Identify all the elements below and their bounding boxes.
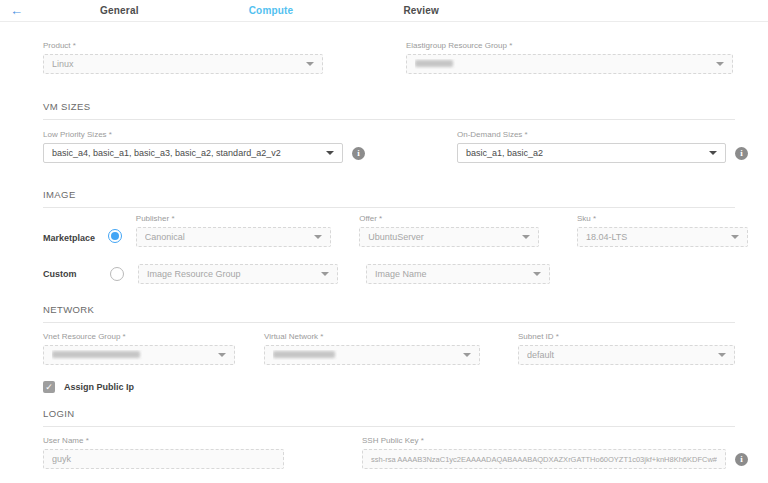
- image-name-placeholder: Image Name: [375, 269, 527, 279]
- image-resource-group-placeholder: Image Resource Group: [147, 269, 315, 279]
- publisher-select: Canonical: [136, 227, 331, 247]
- sku-label: Sku *: [577, 214, 748, 223]
- marketplace-label: Marketplace: [43, 233, 95, 243]
- custom-radio[interactable]: [110, 267, 124, 281]
- publisher-value: Canonical: [145, 232, 308, 242]
- subnet-id-label: Subnet ID *: [518, 332, 735, 341]
- chevron-down-icon: [306, 62, 314, 66]
- virtual-network-select: [264, 345, 480, 365]
- low-priority-sizes-select[interactable]: basic_a4, basic_a1, basic_a3, basic_a2, …: [43, 143, 343, 163]
- chevron-down-icon: [718, 353, 726, 357]
- tab-general[interactable]: General: [100, 5, 139, 16]
- chevron-down-icon: [314, 235, 322, 239]
- compute-form: Product * Linux Elastigroup Resource Gro…: [0, 41, 768, 483]
- chevron-down-icon: [716, 62, 724, 66]
- chevron-down-icon: [463, 353, 471, 357]
- elastigroup-resource-group-value: [415, 59, 710, 69]
- chevron-down-icon: [522, 235, 530, 239]
- assign-public-ip-label: Assign Public Ip: [64, 382, 134, 392]
- chevron-down-icon: [533, 272, 541, 276]
- chevron-down-icon: [731, 235, 739, 239]
- info-icon[interactable]: [352, 147, 365, 160]
- network-section-title: NETWORK: [43, 304, 735, 323]
- user-name-value: guyk: [52, 454, 275, 464]
- sku-select: 18.04-LTS: [577, 227, 748, 247]
- user-name-label: User Name *: [43, 436, 284, 445]
- custom-label: Custom: [43, 269, 77, 279]
- offer-select: UbuntuServer: [359, 227, 539, 247]
- subnet-id-value: default: [527, 350, 712, 360]
- sku-value: 18.04-LTS: [586, 232, 725, 242]
- wizard-tabs: General Compute Review: [100, 5, 549, 16]
- back-arrow-icon[interactable]: [10, 4, 34, 17]
- ssh-public-key-value: ssh-rsa AAAAB3NzaC1yc2EAAAADAQABAAABAQDX…: [371, 455, 717, 464]
- chevron-down-icon: [326, 151, 334, 155]
- on-demand-sizes-value: basic_a1, basic_a2: [466, 148, 703, 158]
- info-icon[interactable]: [735, 147, 748, 160]
- chevron-down-icon: [709, 151, 717, 155]
- ssh-public-key-input: ssh-rsa AAAAB3NzaC1yc2EAAAADAQABAAABAQDX…: [362, 449, 726, 469]
- image-name-select: Image Name: [366, 264, 550, 284]
- subnet-id-select: default: [518, 345, 735, 365]
- wizard-header: General Compute Review: [0, 0, 768, 22]
- product-value: Linux: [52, 59, 300, 69]
- ssh-public-key-label: SSH Public Key *: [362, 436, 748, 445]
- offer-value: UbuntuServer: [368, 232, 516, 242]
- publisher-label: Publisher *: [136, 214, 331, 223]
- low-priority-sizes-value: basic_a4, basic_a1, basic_a3, basic_a2, …: [52, 148, 320, 158]
- tab-review[interactable]: Review: [403, 5, 439, 16]
- product-label: Product *: [43, 41, 323, 50]
- vnet-resource-group-select: [43, 345, 235, 365]
- virtual-network-value: [273, 350, 457, 360]
- image-resource-group-select: Image Resource Group: [138, 264, 338, 284]
- marketplace-radio[interactable]: [108, 229, 122, 243]
- image-section-title: IMAGE: [43, 189, 735, 208]
- elastigroup-resource-group-select: [406, 54, 733, 74]
- vnet-resource-group-label: Vnet Resource Group *: [43, 332, 235, 341]
- vnet-resource-group-value: [52, 350, 212, 360]
- vm-sizes-section-title: VM SIZES: [43, 101, 735, 120]
- offer-label: Offer *: [359, 214, 539, 223]
- chevron-down-icon: [321, 272, 329, 276]
- on-demand-sizes-label: On-Demand Sizes *: [457, 130, 748, 139]
- elastigroup-resource-group-label: Elastigroup Resource Group *: [406, 41, 733, 50]
- chevron-down-icon: [218, 353, 226, 357]
- virtual-network-label: Virtual Network *: [264, 332, 480, 341]
- info-icon[interactable]: [735, 453, 748, 466]
- user-name-input: guyk: [43, 449, 284, 469]
- low-priority-sizes-label: Low Priority Sizes *: [43, 130, 383, 139]
- tab-compute[interactable]: Compute: [249, 5, 294, 16]
- assign-public-ip-checkbox[interactable]: [43, 381, 55, 393]
- on-demand-sizes-select[interactable]: basic_a1, basic_a2: [457, 143, 726, 163]
- product-select: Linux: [43, 54, 323, 74]
- login-section-title: LOGIN: [43, 408, 735, 427]
